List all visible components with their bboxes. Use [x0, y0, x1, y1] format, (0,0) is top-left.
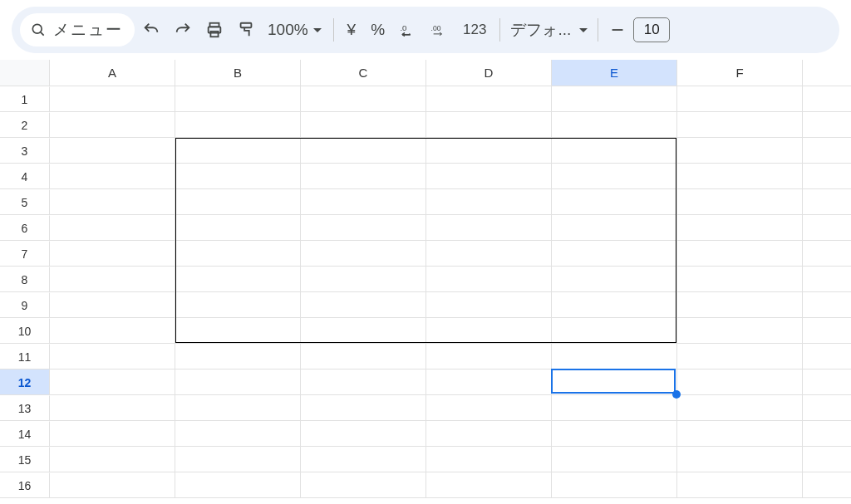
cell[interactable] — [803, 112, 851, 138]
column-header-A[interactable]: A — [50, 60, 175, 86]
cell[interactable] — [803, 189, 851, 215]
cell[interactable] — [175, 112, 301, 138]
cell[interactable] — [426, 164, 552, 189]
cell[interactable] — [426, 369, 552, 395]
cell[interactable] — [175, 344, 301, 369]
cell[interactable] — [175, 138, 301, 164]
row-header-9[interactable]: 9 — [0, 292, 50, 318]
cell[interactable] — [803, 164, 851, 189]
cell[interactable] — [552, 112, 677, 138]
undo-button[interactable] — [136, 15, 166, 45]
cell[interactable] — [50, 267, 175, 292]
cell[interactable] — [301, 318, 426, 344]
cell[interactable] — [803, 292, 851, 318]
cell[interactable] — [50, 215, 175, 241]
cell[interactable] — [677, 241, 803, 267]
cell[interactable] — [677, 318, 803, 344]
cell[interactable] — [552, 241, 677, 267]
cell[interactable] — [175, 189, 301, 215]
cell[interactable] — [301, 267, 426, 292]
cell[interactable] — [552, 267, 677, 292]
cell[interactable] — [301, 241, 426, 267]
cell[interactable] — [426, 292, 552, 318]
cell[interactable] — [552, 369, 677, 395]
cell[interactable] — [552, 447, 677, 472]
row-header-6[interactable]: 6 — [0, 215, 50, 241]
row-header-11[interactable]: 11 — [0, 344, 50, 369]
cell[interactable] — [426, 395, 552, 421]
cell[interactable] — [50, 292, 175, 318]
cell[interactable] — [301, 369, 426, 395]
cell[interactable] — [50, 112, 175, 138]
cell[interactable] — [50, 86, 175, 112]
cell[interactable] — [50, 395, 175, 421]
cell[interactable] — [552, 292, 677, 318]
cell[interactable] — [175, 472, 301, 498]
row-header-14[interactable]: 14 — [0, 421, 50, 447]
cell[interactable] — [301, 447, 426, 472]
cell[interactable] — [426, 215, 552, 241]
row-header-5[interactable]: 5 — [0, 189, 50, 215]
cell[interactable] — [552, 318, 677, 344]
cell[interactable] — [175, 447, 301, 472]
cell[interactable] — [426, 344, 552, 369]
cell[interactable] — [175, 369, 301, 395]
cell[interactable] — [50, 447, 175, 472]
cell[interactable] — [301, 472, 426, 498]
cell[interactable] — [803, 369, 851, 395]
cell[interactable] — [50, 369, 175, 395]
cell[interactable] — [803, 447, 851, 472]
column-header-E[interactable]: E — [552, 60, 677, 86]
cell[interactable] — [426, 138, 552, 164]
cell[interactable] — [803, 241, 851, 267]
cell[interactable] — [426, 86, 552, 112]
menu-search-pill[interactable]: メニュー — [20, 13, 135, 46]
redo-button[interactable] — [168, 15, 198, 45]
cell[interactable] — [301, 138, 426, 164]
cell[interactable] — [552, 395, 677, 421]
cell[interactable] — [50, 164, 175, 189]
cell[interactable] — [50, 421, 175, 447]
cell[interactable] — [426, 241, 552, 267]
cell[interactable] — [301, 395, 426, 421]
cell[interactable] — [803, 344, 851, 369]
cell[interactable] — [301, 86, 426, 112]
cell[interactable] — [175, 267, 301, 292]
cell[interactable] — [426, 189, 552, 215]
cell[interactable] — [50, 472, 175, 498]
column-header-F[interactable]: F — [677, 60, 803, 86]
cell[interactable] — [175, 395, 301, 421]
cell[interactable] — [677, 344, 803, 369]
cell[interactable] — [803, 138, 851, 164]
cell[interactable] — [677, 369, 803, 395]
cell[interactable] — [301, 421, 426, 447]
column-header-G[interactable]: G — [803, 60, 851, 86]
cell[interactable] — [301, 189, 426, 215]
cell[interactable] — [301, 215, 426, 241]
cell[interactable] — [552, 215, 677, 241]
cell[interactable] — [50, 189, 175, 215]
cell[interactable] — [677, 267, 803, 292]
column-header-D[interactable]: D — [426, 60, 552, 86]
cell[interactable] — [803, 395, 851, 421]
cell[interactable] — [677, 164, 803, 189]
cell[interactable] — [803, 318, 851, 344]
row-header-3[interactable]: 3 — [0, 138, 50, 164]
cell[interactable] — [552, 189, 677, 215]
print-button[interactable] — [199, 15, 229, 45]
cell[interactable] — [552, 421, 677, 447]
cell[interactable] — [301, 112, 426, 138]
cell[interactable] — [301, 344, 426, 369]
cell[interactable] — [677, 292, 803, 318]
cell[interactable] — [175, 86, 301, 112]
row-header-12[interactable]: 12 — [0, 369, 50, 395]
row-header-2[interactable]: 2 — [0, 112, 50, 138]
cell[interactable] — [552, 344, 677, 369]
cell[interactable] — [426, 267, 552, 292]
row-header-16[interactable]: 16 — [0, 472, 50, 498]
cell[interactable] — [803, 215, 851, 241]
more-formats-button[interactable]: 123 — [456, 15, 493, 45]
row-header-4[interactable]: 4 — [0, 164, 50, 189]
cell[interactable] — [677, 447, 803, 472]
cell[interactable] — [175, 215, 301, 241]
